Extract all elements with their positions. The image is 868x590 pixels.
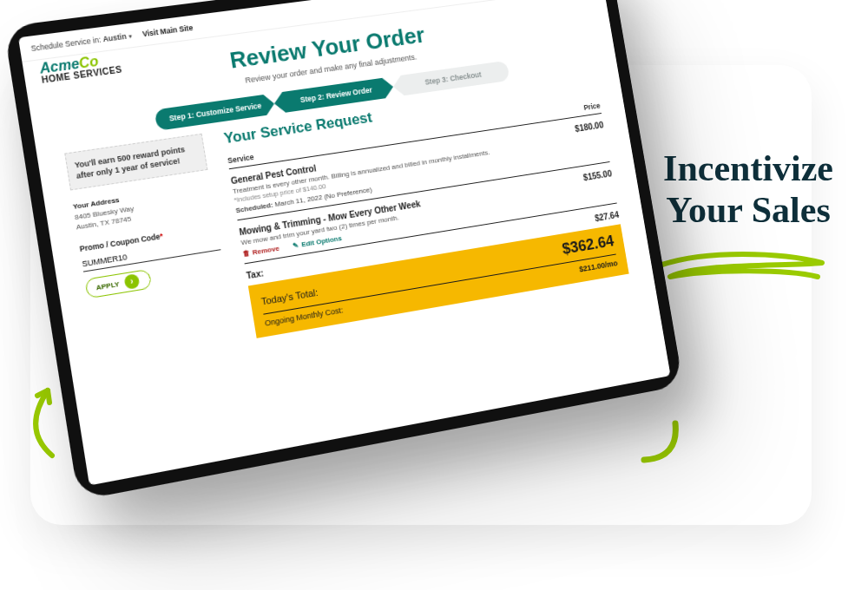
total-label: Today's Total:	[260, 287, 319, 307]
remove-button[interactable]: 🗑Remove	[242, 245, 279, 259]
tagline-line1: Incentivize	[663, 148, 833, 188]
rewards-callout: You'll earn 500 reward points after only…	[64, 134, 207, 191]
apply-label: APPLY	[95, 279, 120, 292]
accent-stroke-bottom-right	[634, 416, 686, 469]
total-amount: $362.64	[561, 233, 615, 259]
pencil-icon: ✎	[293, 241, 299, 250]
tagline-line2: Your Sales	[666, 190, 830, 230]
apply-button[interactable]: APPLY ›	[84, 269, 152, 299]
trash-icon: 🗑	[242, 249, 250, 258]
col-service: Service	[227, 153, 254, 165]
location-dropdown[interactable]: Austin	[102, 31, 128, 43]
col-price: Price	[583, 102, 601, 112]
monthly-amount: $211.00/mo	[579, 259, 619, 273]
tax-label: Tax:	[246, 268, 265, 280]
tax-value: $27.64	[594, 210, 619, 223]
order-main: Your Service Request Service Price Gener…	[223, 76, 629, 338]
arrow-right-icon: ›	[123, 273, 140, 290]
chevron-down-icon[interactable]: ▾	[128, 32, 132, 39]
marketing-tagline: Incentivize Your Sales	[663, 148, 833, 232]
sidebar: You'll earn 500 reward points after only…	[64, 134, 235, 366]
